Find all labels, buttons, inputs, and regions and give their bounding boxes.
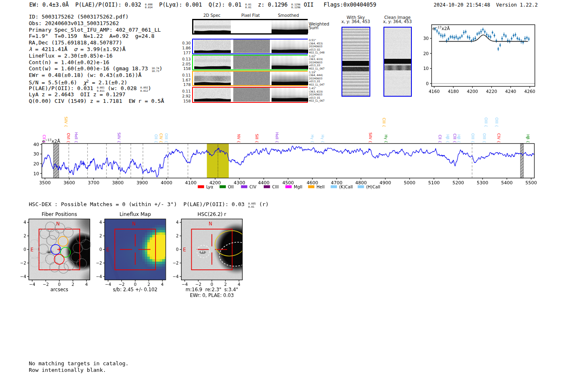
- x-tick-label: 2: [72, 282, 74, 287]
- fiber-circle-selected: [60, 247, 70, 257]
- fiber-circle-faint: [76, 233, 86, 243]
- compass-north: N: [209, 221, 212, 227]
- panel-overlay-lineflux_map: NE−4−2024−4−2024: [96, 219, 166, 287]
- catalog-note-line-2: Row intentionally blank.: [29, 367, 129, 373]
- compass-east: E: [183, 247, 186, 253]
- y-tick-label: −2: [96, 261, 102, 265]
- x-tick-label: 4: [85, 282, 88, 287]
- fiber-circle: [64, 261, 74, 271]
- x-tick-label: 0: [211, 282, 213, 287]
- panel-overlay-hsc_r_cutout: NE−4−2024−4−2024: [172, 219, 255, 287]
- fiber-circle-selected: [54, 254, 64, 264]
- x-tick-label: 0: [134, 282, 136, 287]
- panel-overlay-fiber_positions: NE−4−2024−4−2024: [20, 219, 91, 287]
- fiber-circle-faint: [77, 259, 86, 269]
- y-tick-label: 0: [100, 247, 102, 252]
- fiber-circle-faint: [81, 240, 91, 250]
- compass-north: N: [132, 221, 136, 227]
- fiber-circle-faint: [73, 243, 83, 253]
- x-tick-label: −4: [182, 282, 188, 287]
- y-tick-label: −4: [172, 274, 179, 279]
- y-tick-label: −4: [20, 274, 26, 279]
- fiber-circle-selected: [58, 237, 68, 246]
- x-tick-label: −2: [195, 282, 202, 287]
- y-tick-label: −4: [96, 274, 102, 279]
- catalog-note: No matching targets in catalog.Row inten…: [29, 360, 129, 373]
- bottom-panels-overlay: NE−4−2024−4−2024NE−4−2024−4−2024NE−4−202…: [0, 0, 576, 392]
- y-tick-label: 2: [23, 234, 26, 238]
- compass-east: E: [30, 247, 33, 253]
- fiber-circle-dashed: [30, 240, 39, 250]
- x-tick-label: −4: [105, 282, 111, 287]
- y-tick-label: 4: [23, 220, 26, 225]
- x-tick-label: 4: [238, 282, 240, 287]
- catalog-note-line-1: No matching targets in catalog.: [29, 360, 129, 367]
- y-tick-label: −2: [172, 261, 179, 265]
- x-tick-label: −2: [43, 282, 49, 287]
- y-tick-label: 2: [176, 234, 179, 238]
- fiber-circle: [49, 230, 59, 239]
- ellipse-layer: [197, 228, 255, 268]
- fiber-circle-dashed: [30, 257, 40, 267]
- panel-axes-frame: [181, 219, 242, 280]
- catalog-ellipse: [213, 228, 248, 258]
- catalog-ellipse-dashed: [197, 245, 210, 257]
- x-tick-label: −4: [29, 282, 35, 287]
- x-tick-label: 2: [147, 282, 150, 287]
- y-tick-label: 2: [100, 234, 102, 238]
- y-tick-label: 4: [176, 220, 179, 225]
- fiber-circle: [38, 244, 48, 254]
- fiber-circle: [40, 229, 50, 239]
- y-tick-label: 0: [176, 247, 179, 252]
- fiber-circle: [58, 263, 68, 273]
- y-tick-label: 4: [100, 220, 102, 225]
- fiber-circle: [46, 222, 56, 232]
- fiber-circle-dashed: [41, 261, 51, 271]
- compass-east: E: [106, 247, 109, 253]
- x-tick-label: 0: [58, 282, 60, 287]
- x-tick-label: 4: [161, 282, 163, 287]
- panel-axes-frame: [105, 219, 165, 280]
- x-tick-label: −2: [118, 282, 125, 287]
- compass-north: N: [56, 221, 60, 227]
- y-tick-label: −2: [20, 261, 26, 265]
- catalog-ellipse-dashed: [218, 240, 255, 269]
- x-tick-label: 2: [224, 282, 227, 287]
- fiber-circle: [46, 235, 56, 245]
- y-tick-label: 0: [23, 247, 26, 252]
- fiber-circle: [50, 262, 60, 272]
